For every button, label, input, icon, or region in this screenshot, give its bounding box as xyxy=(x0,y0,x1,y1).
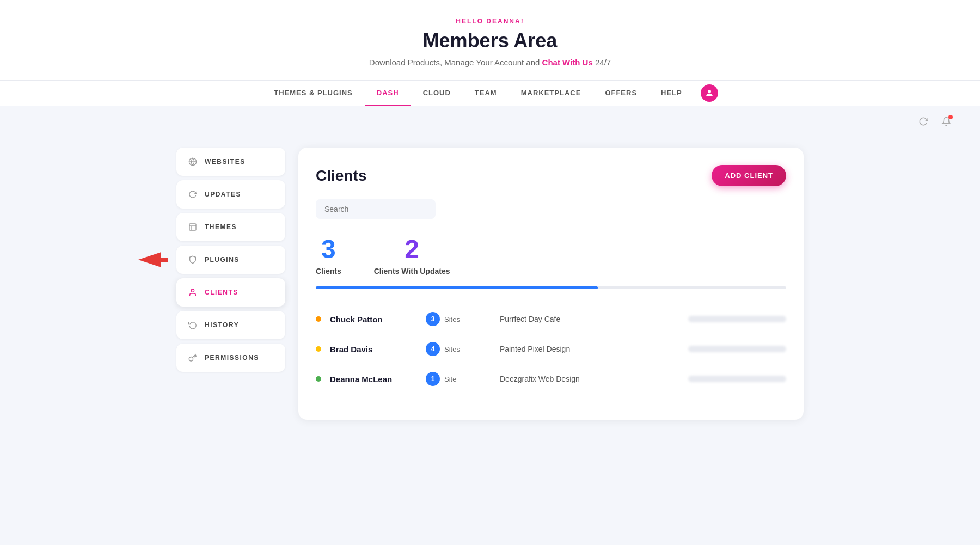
sidebar-label-themes: THEMES xyxy=(205,223,237,231)
status-dot-orange xyxy=(316,316,321,322)
notification-badge xyxy=(948,115,953,119)
chat-link[interactable]: Chat With Us xyxy=(542,58,593,67)
user-avatar[interactable] xyxy=(701,84,718,102)
updates-label: Clients With Updates xyxy=(374,267,450,275)
sidebar-label-plugins: PLUGINS xyxy=(205,256,240,264)
stats-row: 3 Clients 2 Clients With Updates xyxy=(316,236,786,275)
shield-sidebar-icon xyxy=(187,254,198,265)
refresh-icon[interactable] xyxy=(916,114,931,129)
badge-label: Sites xyxy=(444,315,460,323)
arrow-indicator xyxy=(138,252,168,267)
add-client-button[interactable]: ADD CLIENT xyxy=(712,165,786,186)
sidebar-item-websites[interactable]: WEBSITES xyxy=(176,148,285,176)
table-row[interactable]: Brad Davis 4 Sites Painted Pixel Design xyxy=(316,334,786,364)
svg-rect-4 xyxy=(189,224,196,230)
client-name: Deanna McLean xyxy=(330,375,417,384)
sidebar-label-clients: CLIENTS xyxy=(205,289,238,296)
layout-icon xyxy=(187,222,198,232)
sidebar-wrapper: WEBSITES UPDATES THEMES PL xyxy=(176,148,285,372)
history-icon xyxy=(187,320,198,330)
key-icon xyxy=(187,352,198,363)
user-sidebar-icon xyxy=(187,287,198,298)
blurred-action xyxy=(688,346,786,352)
svg-point-0 xyxy=(708,90,711,93)
clients-table: Chuck Patton 3 Sites Purrfect Day Cafe B… xyxy=(316,304,786,394)
content-area: Clients ADD CLIENT 3 Clients 2 Clients W… xyxy=(298,148,804,420)
table-row[interactable]: Deanna McLean 1 Site Deezgrafix Web Desi… xyxy=(316,364,786,394)
stat-updates: 2 Clients With Updates xyxy=(374,236,450,275)
client-name: Chuck Patton xyxy=(330,315,417,324)
updates-count: 2 xyxy=(374,236,450,262)
sidebar-label-history: HISTORY xyxy=(205,321,239,329)
badge-label: Site xyxy=(444,375,456,383)
sidebar-item-themes[interactable]: THEMES xyxy=(176,213,285,241)
tab-help[interactable]: HELP xyxy=(649,81,694,106)
company-name: Deezgrafix Web Design xyxy=(500,375,679,383)
toolbar xyxy=(0,106,980,137)
sidebar: WEBSITES UPDATES THEMES PL xyxy=(176,148,285,372)
table-row[interactable]: Chuck Patton 3 Sites Purrfect Day Cafe xyxy=(316,304,786,334)
sidebar-label-updates: UPDATES xyxy=(205,191,241,198)
main-nav: THEMES & PLUGINS DASH CLOUD TEAM MARKETP… xyxy=(0,80,980,106)
sites-badge: 1 Site xyxy=(426,372,491,386)
page-title: Members Area xyxy=(0,29,980,52)
blurred-action xyxy=(688,316,786,322)
tab-marketplace[interactable]: MARKETPLACE xyxy=(509,81,593,106)
refresh-sidebar-icon xyxy=(187,189,198,200)
blurred-action xyxy=(688,376,786,382)
status-dot-green xyxy=(316,376,321,382)
tab-themes-plugins[interactable]: THEMES & PLUGINS xyxy=(262,81,365,106)
client-name: Brad Davis xyxy=(330,345,417,354)
subtitle: Download Products, Manage Your Account a… xyxy=(0,58,980,67)
content-header: Clients ADD CLIENT xyxy=(316,165,786,186)
badge-count: 4 xyxy=(426,342,440,356)
clients-count: 3 xyxy=(316,236,341,262)
sidebar-label-websites: WEBSITES xyxy=(205,158,246,166)
svg-marker-1 xyxy=(138,252,168,267)
company-name: Painted Pixel Design xyxy=(500,345,679,353)
clients-label: Clients xyxy=(316,267,341,275)
badge-label: Sites xyxy=(444,345,460,353)
tab-offers[interactable]: OFFERS xyxy=(593,81,649,106)
sites-badge: 4 Sites xyxy=(426,342,491,356)
sidebar-item-history[interactable]: HISTORY xyxy=(176,311,285,339)
sidebar-item-clients[interactable]: CLIENTS xyxy=(176,278,285,307)
globe-icon xyxy=(187,156,198,167)
tab-cloud[interactable]: CLOUD xyxy=(411,81,463,106)
hello-greeting: HELLO DEANNA! xyxy=(0,17,980,25)
content-title: Clients xyxy=(316,167,366,185)
sites-badge: 3 Sites xyxy=(426,312,491,326)
sidebar-label-permissions: PERMISSIONS xyxy=(205,354,259,362)
tab-dash[interactable]: DASH xyxy=(365,81,411,106)
svg-point-7 xyxy=(191,289,194,292)
search-input[interactable] xyxy=(316,199,436,219)
sidebar-item-permissions[interactable]: PERMISSIONS xyxy=(176,344,285,372)
company-name: Purrfect Day Cafe xyxy=(500,315,679,323)
progress-bar-fill xyxy=(316,286,598,289)
status-dot-yellow xyxy=(316,346,321,352)
tab-team[interactable]: TEAM xyxy=(463,81,509,106)
notifications-icon[interactable] xyxy=(939,114,954,129)
sidebar-item-updates[interactable]: UPDATES xyxy=(176,180,285,209)
progress-bar-container xyxy=(316,286,786,289)
main-layout: WEBSITES UPDATES THEMES PL xyxy=(163,137,817,431)
stat-clients: 3 Clients xyxy=(316,236,341,275)
badge-count: 1 xyxy=(426,372,440,386)
badge-count: 3 xyxy=(426,312,440,326)
page-header: HELLO DEANNA! Members Area Download Prod… xyxy=(0,0,980,106)
sidebar-item-plugins[interactable]: PLUGINS xyxy=(176,246,285,274)
